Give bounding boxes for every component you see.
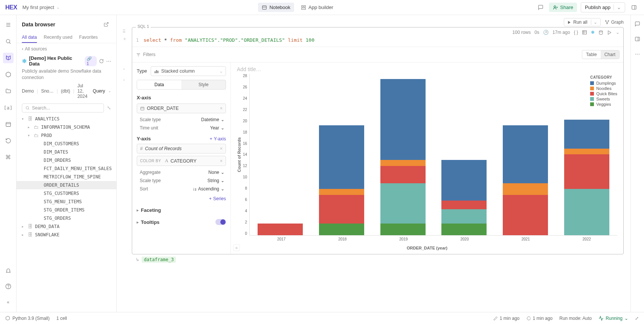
project-dropdown[interactable]: My first project ⌄	[22, 5, 60, 10]
bar-segment[interactable]	[380, 79, 426, 160]
publish-button[interactable]: Publish app ⌄	[581, 2, 625, 12]
collapse-rail-button[interactable]: «	[3, 297, 14, 307]
tree-table[interactable]: FCT_DAILY_MENU_ITEM_SALES	[17, 164, 116, 173]
bar-segment[interactable]	[441, 160, 487, 201]
bar-segment[interactable]	[319, 189, 364, 195]
bar-segment[interactable]	[564, 120, 609, 149]
tree-demo-data[interactable]: ▸🗄DEMO_DATA	[17, 222, 116, 231]
bar-segment[interactable]	[503, 125, 548, 183]
sort-select[interactable]: ↓₂ Ascending ⌄	[192, 186, 224, 192]
colorby-field[interactable]: COLOR BY A CATEGORY ×	[137, 156, 226, 166]
database-icon[interactable]	[598, 30, 603, 35]
chevron-down-icon[interactable]: ⌄	[616, 30, 620, 35]
remove-icon[interactable]: ×	[220, 106, 223, 111]
more-panel-button[interactable]: ⋯	[633, 49, 642, 59]
aggregate-select[interactable]: None ⌄	[208, 170, 224, 175]
remove-icon[interactable]: ×	[220, 146, 223, 151]
shortcuts-button[interactable]: ⌘	[3, 152, 14, 163]
bar-segment[interactable]	[503, 183, 548, 195]
bar-segment[interactable]	[564, 149, 609, 154]
filters-button[interactable]: Filters	[136, 52, 156, 57]
share-button[interactable]: Share	[549, 3, 577, 12]
history-button[interactable]	[3, 135, 14, 146]
tooltips-toggle[interactable]	[215, 219, 226, 225]
legend-item[interactable]: Dumplings	[590, 81, 617, 85]
graph-button[interactable]: Graph	[604, 20, 624, 25]
tree-info-schema[interactable]: ▸🗀INFORMATION_SCHEMA	[17, 123, 116, 131]
outline-button[interactable]	[3, 20, 14, 30]
legend-item[interactable]: Noodles	[590, 86, 617, 91]
tab-style[interactable]: Style	[182, 80, 226, 89]
view-chart[interactable]: Chart	[601, 50, 619, 59]
refresh-icon[interactable]	[99, 59, 104, 64]
legend-item[interactable]: Sweets	[590, 97, 617, 101]
tree-table[interactable]: DIM_CUSTOMERS	[17, 140, 116, 148]
bar-segment[interactable]	[441, 209, 487, 224]
drag-handle-icon[interactable]: ⠿	[122, 29, 127, 34]
add-series-button[interactable]: + Series	[137, 196, 226, 201]
snowflake-icon[interactable]: ❄	[591, 30, 595, 35]
notifications-button[interactable]	[3, 265, 14, 276]
tree-table[interactable]: ORDER_DETAILS	[17, 181, 116, 189]
bar-segment[interactable]	[319, 125, 364, 189]
tab-all-data[interactable]: All data	[22, 32, 37, 43]
dataframe-name[interactable]: dataframe_3	[142, 257, 176, 263]
bar-segment[interactable]	[258, 224, 303, 235]
yaxis-field[interactable]: # Count of Records ×	[137, 144, 226, 154]
view-table[interactable]: Table	[582, 50, 601, 59]
tree-table[interactable]: STG_ORDERS	[17, 214, 116, 222]
help-button[interactable]	[3, 281, 14, 292]
kernel-label[interactable]: Python 3.9 (Small)	[12, 316, 50, 321]
tree-analytics[interactable]: ▾🗄ANALYTICS	[17, 115, 116, 123]
bar-segment[interactable]	[441, 224, 487, 235]
run-cell-icon[interactable]	[607, 30, 612, 35]
tab-notebook[interactable]: Notebook	[258, 3, 294, 12]
braces-icon[interactable]: { }	[574, 30, 578, 35]
tab-favorites[interactable]: Favorites	[79, 32, 98, 43]
bar-segment[interactable]	[319, 224, 364, 235]
kernel-status[interactable]: Running ⌄	[598, 316, 628, 321]
tree-table[interactable]: METRICFLOW_TIME_SPINE	[17, 173, 116, 181]
bar-segment[interactable]	[380, 183, 426, 224]
expand-icon[interactable]: ⤢	[635, 316, 639, 321]
tab-recently-used[interactable]: Recently used	[44, 32, 72, 43]
tab-data[interactable]: Data	[137, 80, 182, 89]
search-input[interactable]: Search...	[22, 103, 104, 113]
collapse-cell-icon[interactable]: ⌄	[122, 66, 127, 70]
chart-type-select[interactable]: Stacked column ⌄	[151, 66, 226, 76]
bar-segment[interactable]	[503, 195, 548, 236]
run-all-button[interactable]: Run all ⌄	[564, 18, 600, 26]
back-all-sources[interactable]: ‹ All sources	[17, 43, 116, 55]
collapse-output-icon[interactable]: ⌄	[122, 77, 127, 81]
tree-table[interactable]: DIM_DATES	[17, 148, 116, 156]
comments-panel-button[interactable]	[633, 19, 642, 29]
time-unit-select[interactable]: Year ⌄	[210, 125, 224, 131]
data-browser-button[interactable]	[3, 53, 14, 63]
bar-segment[interactable]	[564, 189, 609, 235]
bar-segment[interactable]	[380, 224, 426, 235]
table-icon[interactable]	[582, 30, 587, 35]
remove-icon[interactable]: ×	[220, 158, 223, 164]
scale-type-select-2[interactable]: String ⌄	[208, 178, 224, 183]
tree-table[interactable]: DIM_ORDERS	[17, 156, 116, 164]
tree-table[interactable]: STG_ORDER_ITEMS	[17, 206, 116, 214]
comments-button[interactable]	[536, 3, 545, 12]
query-button[interactable]: Query	[93, 88, 105, 94]
variables-button[interactable]: [a]	[3, 102, 14, 113]
add-cell-icon[interactable]: ＋	[122, 36, 127, 42]
chart-title-input[interactable]: Add title…	[237, 66, 617, 72]
legend-item[interactable]: Quick Bites	[590, 91, 617, 96]
more-icon[interactable]: ⋯	[106, 58, 111, 64]
add-yaxis-button[interactable]: + Y-axis	[210, 136, 226, 141]
panels-button[interactable]	[629, 3, 639, 12]
chevron-down-icon[interactable]: ⌄	[613, 5, 621, 10]
tooltips-section[interactable]: ▸Tooltips	[137, 216, 226, 228]
collapse-search-icon[interactable]: ⤡	[107, 105, 111, 111]
legend-item[interactable]: Veggies	[590, 102, 617, 106]
files-button[interactable]	[3, 86, 14, 96]
bar-segment[interactable]	[380, 166, 426, 183]
environment-button[interactable]	[3, 69, 14, 80]
bar-segment[interactable]	[319, 195, 364, 224]
tree-prod[interactable]: ▾🗀PROD	[17, 131, 116, 140]
bar-segment[interactable]	[564, 154, 609, 189]
